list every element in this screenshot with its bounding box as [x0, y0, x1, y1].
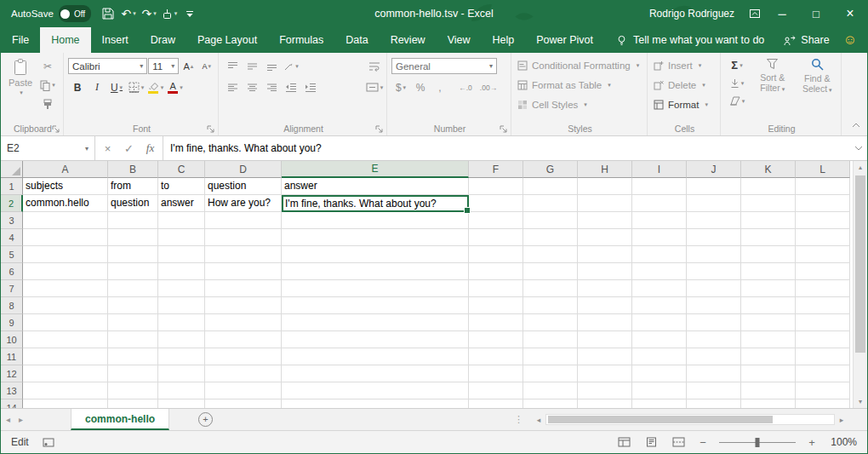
cell-D9[interactable]: [205, 314, 282, 331]
cell-B12[interactable]: [108, 365, 158, 382]
cell-H9[interactable]: [578, 314, 632, 331]
cell-C11[interactable]: [158, 348, 205, 365]
cell-B9[interactable]: [108, 314, 158, 331]
vertical-scroll-thumb[interactable]: [855, 175, 865, 353]
cell-G10[interactable]: [523, 331, 578, 348]
cell-I4[interactable]: [632, 229, 687, 246]
merge-center-button[interactable]: [365, 79, 384, 96]
insert-function-button[interactable]: fx: [140, 141, 161, 155]
tab-view[interactable]: View: [437, 27, 482, 53]
feedback-smiley-button[interactable]: ☺: [840, 27, 867, 53]
cell-J4[interactable]: [687, 229, 741, 246]
cell-C1[interactable]: to: [158, 178, 205, 195]
cell-D13[interactable]: [205, 382, 282, 399]
cell-K5[interactable]: [741, 246, 796, 263]
tab-formulas[interactable]: Formulas: [268, 27, 334, 53]
tab-power-pivot[interactable]: Power Pivot: [525, 27, 604, 53]
cell-J8[interactable]: [687, 297, 741, 314]
cell-H8[interactable]: [578, 297, 632, 314]
cell-I12[interactable]: [632, 365, 687, 382]
cell-B6[interactable]: [108, 263, 158, 280]
horizontal-scroll-thumb[interactable]: [548, 416, 773, 423]
cell-F3[interactable]: [469, 212, 523, 229]
cell-K1[interactable]: [741, 178, 796, 195]
tab-insert[interactable]: Insert: [91, 27, 140, 53]
cell-A4[interactable]: [23, 229, 108, 246]
cell-J14[interactable]: [687, 399, 741, 408]
percent-style-button[interactable]: %: [411, 79, 430, 96]
cell-H5[interactable]: [578, 246, 632, 263]
autosave-toggle[interactable]: Off: [59, 5, 91, 22]
number-dialog-launcher[interactable]: [498, 124, 508, 134]
row-header-14[interactable]: 14: [1, 399, 23, 408]
user-name[interactable]: Rodrigo Rodriguez: [649, 8, 734, 20]
cell-I8[interactable]: [632, 297, 687, 314]
cell-L7[interactable]: [796, 280, 850, 297]
next-sheet-button[interactable]: ▸: [19, 415, 23, 424]
column-header-J[interactable]: J: [687, 161, 741, 178]
column-header-G[interactable]: G: [523, 161, 578, 178]
tell-me-box[interactable]: Tell me what you want to do: [608, 27, 773, 53]
cell-J3[interactable]: [687, 212, 741, 229]
vertical-scrollbar[interactable]: ▴ ▾: [853, 161, 867, 408]
enter-button[interactable]: ✓: [118, 142, 140, 155]
cell-C9[interactable]: [158, 314, 205, 331]
increase-font-size-button[interactable]: A▴: [180, 58, 197, 75]
cell-F11[interactable]: [469, 348, 523, 365]
cell-G2[interactable]: [523, 195, 578, 212]
undo-button[interactable]: ↶: [118, 3, 139, 25]
delete-cells-button[interactable]: Delete: [652, 75, 717, 95]
cell-L13[interactable]: [796, 382, 850, 399]
cell-D7[interactable]: [205, 280, 282, 297]
cell-I6[interactable]: [632, 263, 687, 280]
cell-I7[interactable]: [632, 280, 687, 297]
cell-D10[interactable]: [205, 331, 282, 348]
share-button[interactable]: Share: [773, 27, 839, 53]
cell-G6[interactable]: [523, 263, 578, 280]
cell-A14[interactable]: [23, 399, 108, 408]
cell-E5[interactable]: [282, 246, 469, 263]
cell-H12[interactable]: [578, 365, 632, 382]
cell-B14[interactable]: [108, 399, 158, 408]
tab-page-layout[interactable]: Page Layout: [186, 27, 268, 53]
tab-review[interactable]: Review: [380, 27, 437, 53]
cell-D8[interactable]: [205, 297, 282, 314]
row-header-10[interactable]: 10: [1, 331, 23, 348]
decrease-decimal-button[interactable]: .00→: [477, 79, 500, 96]
row-header-5[interactable]: 5: [1, 246, 23, 263]
cell-E2[interactable]: I'm fine, thanks. What about you?: [282, 195, 469, 212]
cell-A1[interactable]: subjects: [23, 178, 108, 195]
insert-cells-button[interactable]: Insert: [652, 55, 717, 75]
cell-F6[interactable]: [469, 263, 523, 280]
scroll-left-button[interactable]: ◂: [532, 416, 545, 424]
cell-L11[interactable]: [796, 348, 850, 365]
tab-scrollbar-splitter[interactable]: ⋮: [514, 409, 523, 430]
cell-L2[interactable]: [796, 195, 850, 212]
cell-B5[interactable]: [108, 246, 158, 263]
cell-C7[interactable]: [158, 280, 205, 297]
cut-button[interactable]: ✂: [38, 58, 57, 75]
cell-F10[interactable]: [469, 331, 523, 348]
zoom-in-button[interactable]: +: [806, 436, 818, 449]
scroll-down-button[interactable]: ▾: [854, 395, 867, 408]
row-header-3[interactable]: 3: [1, 212, 23, 229]
cell-D1[interactable]: question: [205, 178, 282, 195]
cell-A6[interactable]: [23, 263, 108, 280]
cell-E4[interactable]: [282, 229, 469, 246]
cell-E13[interactable]: [282, 382, 469, 399]
accounting-format-button[interactable]: $: [391, 79, 410, 96]
cell-A5[interactable]: [23, 246, 108, 263]
cell-E10[interactable]: [282, 331, 469, 348]
cell-C3[interactable]: [158, 212, 205, 229]
cell-C8[interactable]: [158, 297, 205, 314]
cell-G12[interactable]: [523, 365, 578, 382]
cell-C12[interactable]: [158, 365, 205, 382]
cell-A9[interactable]: [23, 314, 108, 331]
orientation-button[interactable]: [282, 58, 300, 75]
cell-I13[interactable]: [632, 382, 687, 399]
cell-I5[interactable]: [632, 246, 687, 263]
column-header-E[interactable]: E: [282, 161, 469, 178]
align-right-button[interactable]: [262, 79, 281, 96]
copy-button[interactable]: [38, 77, 57, 94]
macro-record-button[interactable]: [43, 438, 54, 447]
